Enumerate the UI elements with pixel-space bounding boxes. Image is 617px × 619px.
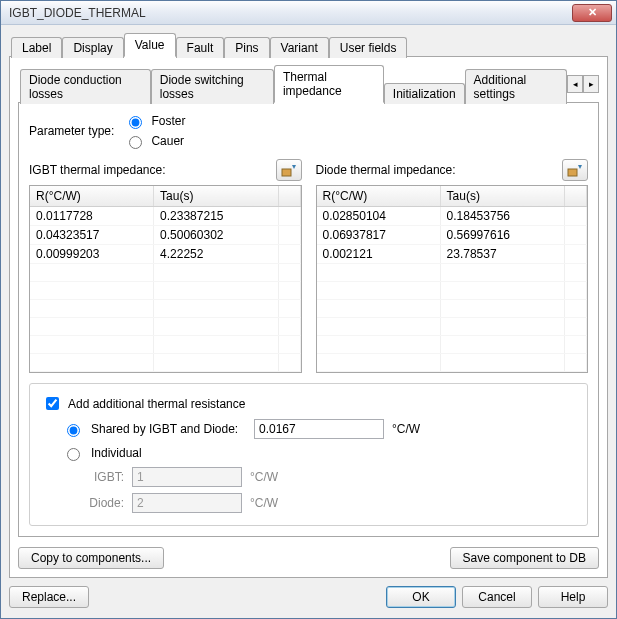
radio-foster-label[interactable]: Foster [151, 114, 185, 128]
shared-unit: °C/W [392, 422, 420, 436]
diode-impedance-label: Diode thermal impedance: [316, 163, 563, 177]
subtab-diode-switching[interactable]: Diode switching losses [151, 69, 274, 104]
import-icon [567, 163, 583, 177]
table-row [317, 354, 587, 372]
igbt-col-extra [278, 186, 300, 207]
subtab-scroll: ◂ ▸ [567, 75, 599, 93]
diode-col-r[interactable]: R(°C/W) [317, 186, 441, 207]
diode-impedance-block: Diode thermal impedance: R(°C/W) Tau(s) [316, 159, 589, 373]
table-row: 0.028501040.18453756 [317, 207, 587, 226]
import-icon [281, 163, 297, 177]
diode-value-label: Diode: [84, 496, 124, 510]
table-row: 0.069378170.56997616 [317, 226, 587, 245]
igbt-impedance-label: IGBT thermal impedance: [29, 163, 276, 177]
table-row [30, 318, 300, 336]
main-tabstrip: Label Display Value Fault Pins Variant U… [9, 33, 608, 57]
subtab-scroll-left[interactable]: ◂ [567, 75, 583, 93]
table-row [30, 264, 300, 282]
add-resistance-checkbox[interactable] [46, 397, 59, 410]
table-row [317, 336, 587, 354]
param-type-row: Parameter type: Foster Cauer [29, 113, 588, 149]
radio-cauer[interactable] [129, 136, 142, 149]
tab-fault[interactable]: Fault [176, 37, 225, 58]
replace-button[interactable]: Replace... [9, 586, 89, 608]
table-row [30, 282, 300, 300]
subtab-thermal-impedance[interactable]: Thermal impedance [274, 65, 384, 103]
copy-to-components-button[interactable]: Copy to components... [18, 547, 164, 569]
igbt-impedance-import-button[interactable] [276, 159, 302, 181]
cancel-button[interactable]: Cancel [462, 586, 532, 608]
igbt-col-r[interactable]: R(°C/W) [30, 186, 154, 207]
close-button[interactable]: ✕ [572, 4, 612, 22]
ok-button[interactable]: OK [386, 586, 456, 608]
table-row [317, 264, 587, 282]
param-type-label: Parameter type: [29, 124, 114, 138]
sub-tabstrip: Diode conduction losses Diode switching … [18, 65, 599, 103]
tab-label[interactable]: Label [11, 37, 62, 58]
value-panel: Diode conduction losses Diode switching … [9, 56, 608, 578]
subtab-scroll-right[interactable]: ▸ [583, 75, 599, 93]
subtab-initialization[interactable]: Initialization [384, 83, 465, 104]
svg-rect-0 [282, 169, 291, 176]
dialog-body: Label Display Value Fault Pins Variant U… [1, 25, 616, 618]
table-row: 0.00212123.78537 [317, 245, 587, 264]
tab-variant[interactable]: Variant [270, 37, 329, 58]
subtab-diode-conduction[interactable]: Diode conduction losses [20, 69, 151, 104]
diode-unit: °C/W [250, 496, 278, 510]
table-row [317, 300, 587, 318]
radio-shared[interactable] [67, 424, 80, 437]
radio-shared-label[interactable]: Shared by IGBT and Diode: [91, 422, 246, 436]
igbt-col-tau[interactable]: Tau(s) [154, 186, 278, 207]
param-type-options: Foster Cauer [124, 113, 185, 149]
radio-individual[interactable] [67, 448, 80, 461]
additional-resistance-group: Add additional thermal resistance Shared… [29, 383, 588, 526]
diode-col-extra [565, 186, 587, 207]
diode-value-input [132, 493, 242, 513]
value-panel-footer: Copy to components... Save component to … [18, 537, 599, 569]
add-resistance-label[interactable]: Add additional thermal resistance [68, 397, 245, 411]
diode-col-tau[interactable]: Tau(s) [440, 186, 564, 207]
table-row: 0.043235170.50060302 [30, 226, 300, 245]
diode-impedance-import-button[interactable] [562, 159, 588, 181]
tab-display[interactable]: Display [62, 37, 123, 58]
shared-value-input[interactable] [254, 419, 384, 439]
igbt-impedance-block: IGBT thermal impedance: R(°C/W) Tau(s) [29, 159, 302, 373]
tab-pins[interactable]: Pins [224, 37, 269, 58]
help-button[interactable]: Help [538, 586, 608, 608]
igbt-unit: °C/W [250, 470, 278, 484]
table-row [30, 336, 300, 354]
impedance-tables: IGBT thermal impedance: R(°C/W) Tau(s) [29, 159, 588, 373]
save-component-to-db-button[interactable]: Save component to DB [450, 547, 599, 569]
tab-value[interactable]: Value [124, 33, 176, 57]
thermal-impedance-panel: Parameter type: Foster Cauer [18, 102, 599, 537]
table-row: 0.01177280.23387215 [30, 207, 300, 226]
table-row [30, 354, 300, 372]
dialog-footer: Replace... OK Cancel Help [9, 578, 608, 608]
titlebar[interactable]: IGBT_DIODE_THERMAL ✕ [1, 1, 616, 25]
igbt-impedance-grid[interactable]: R(°C/W) Tau(s) 0.01177280.23387215 0.043… [29, 185, 302, 373]
table-row [317, 282, 587, 300]
dialog-window: IGBT_DIODE_THERMAL ✕ Label Display Value… [0, 0, 617, 619]
igbt-value-input [132, 467, 242, 487]
subtab-additional-settings[interactable]: Additional settings [465, 69, 567, 104]
window-title: IGBT_DIODE_THERMAL [9, 6, 572, 20]
diode-impedance-grid[interactable]: R(°C/W) Tau(s) 0.028501040.18453756 0.06… [316, 185, 589, 373]
radio-individual-label[interactable]: Individual [91, 446, 142, 460]
svg-rect-1 [568, 169, 577, 176]
table-row [30, 300, 300, 318]
table-row: 0.009992034.22252 [30, 245, 300, 264]
radio-foster[interactable] [129, 116, 142, 129]
igbt-value-label: IGBT: [84, 470, 124, 484]
radio-cauer-label[interactable]: Cauer [151, 134, 184, 148]
table-row [317, 318, 587, 336]
tab-user-fields[interactable]: User fields [329, 37, 408, 58]
